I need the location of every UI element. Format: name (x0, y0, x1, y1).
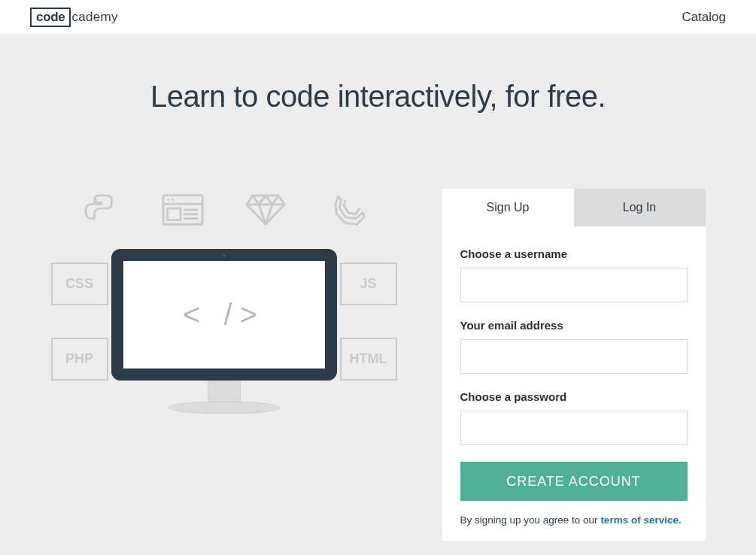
tab-signup[interactable]: Sign Up (442, 189, 574, 226)
jquery-swirl-icon (327, 189, 369, 231)
monitor-base (168, 402, 281, 414)
auth-card: Sign Up Log In Choose a username Your em… (442, 189, 706, 541)
icons-row (51, 189, 397, 241)
svg-rect-5 (167, 208, 180, 220)
illustration: CSS JS PHP HTML < /> (51, 189, 397, 452)
signup-form: Choose a username Your email address Cho… (442, 226, 706, 541)
create-account-button[interactable]: CREATE ACCOUNT (460, 462, 688, 501)
hero-content: CSS JS PHP HTML < /> Sign Up Log In (0, 189, 756, 541)
logo-box: code (30, 8, 71, 27)
hero-section: Learn to code interactively, for free. (0, 35, 756, 555)
badge-css: CSS (51, 262, 108, 305)
badge-php: PHP (51, 338, 108, 381)
badge-js: JS (340, 262, 397, 305)
monitor-screen: < /> (123, 261, 325, 368)
nav-catalog-link[interactable]: Catalog (682, 10, 726, 25)
username-label: Choose a username (460, 247, 688, 260)
email-input[interactable] (460, 339, 688, 374)
username-input[interactable] (460, 268, 688, 302)
svg-point-3 (167, 199, 169, 201)
ruby-diamond-icon (244, 189, 287, 231)
svg-point-4 (172, 199, 174, 201)
auth-tabs: Sign Up Log In (442, 189, 706, 226)
monitor-camera-icon (223, 254, 226, 257)
password-input[interactable] (460, 411, 688, 445)
logo-rest: cademy (71, 10, 117, 25)
language-badges: CSS JS PHP HTML < /> (51, 241, 397, 414)
terms-text: By signing up you agree to our terms of … (460, 514, 688, 526)
monitor-illustration: < /> (111, 249, 337, 444)
tab-login[interactable]: Log In (574, 189, 706, 226)
hero-title: Learn to code interactively, for free. (0, 80, 756, 114)
badge-html: HTML (340, 338, 397, 381)
monitor-frame: < /> (111, 249, 337, 381)
browser-window-icon (162, 189, 204, 231)
logo-link[interactable]: code cademy (30, 8, 118, 27)
svg-point-0 (94, 199, 96, 201)
terms-link[interactable]: terms of service. (600, 514, 681, 526)
password-label: Choose a password (460, 390, 688, 403)
email-label: Your email address (460, 319, 688, 332)
top-nav: code cademy Catalog (0, 0, 756, 35)
terms-prefix: By signing up you agree to our (460, 514, 601, 526)
python-icon (79, 189, 121, 231)
